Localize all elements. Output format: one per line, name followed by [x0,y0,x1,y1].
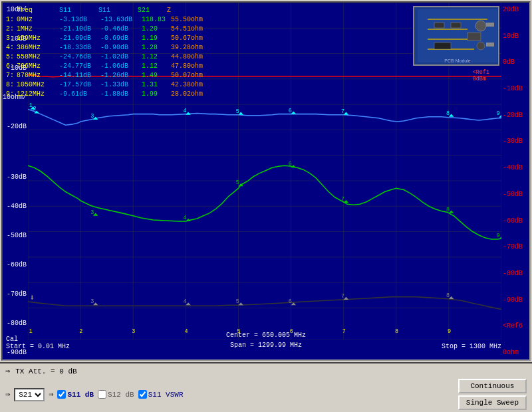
svg-rect-93 [486,43,494,47]
svg-text:8: 8 [395,328,398,334]
svg-text:3: 3 [90,209,94,215]
marker-table: freq S11 S11 S21 Z 1: 0MHz -3.13dB -13.6… [6,6,214,99]
y-axis-right: 20dB 10dB 0dB -10dB -20dB -30dB -40dB -5… [501,3,529,360]
svg-text:2: 2 [79,328,82,334]
svg-text:6: 6 [289,107,292,114]
s12db-checkbox[interactable] [98,390,106,399]
svg-text:9: 9 [496,233,499,239]
svg-text:8: 8 [446,110,450,116]
svg-text:3: 3 [90,298,94,305]
bottom-bar: ⇒ TX Att. = 0 dB ⇒ S21 S11 S12 S22 ⇒ S11… [0,362,532,412]
svg-text:4: 4 [184,215,187,221]
s11db-checkbox[interactable] [57,390,66,399]
single-sweep-button[interactable]: Single Sweep [458,395,527,410]
svg-text:PCB Module: PCB Module [444,58,470,63]
svg-text:5: 5 [236,108,239,114]
svg-rect-88 [467,33,481,41]
svg-text:4: 4 [184,298,187,305]
svg-text:6: 6 [289,161,292,167]
svg-text:7: 7 [341,196,344,203]
s11db-label: S11 dB [67,391,94,399]
marker-row: 4: 386MHz -18.33dB -0.90dB 1.28 39.28ohm [6,43,214,52]
svg-rect-87 [451,23,461,28]
s21db-trace [28,165,501,239]
svg-text:3: 3 [90,112,94,119]
svg-rect-81 [418,9,497,62]
svg-text:4: 4 [184,328,188,334]
s11vswr-label: S11 VSWR [148,391,184,399]
svg-text:3: 3 [132,328,135,334]
continuous-button[interactable]: Continuous [458,379,527,393]
chart-area: freq S11 S11 S21 Z 1: 0MHz -3.13dB -13.6… [1,1,531,361]
svg-text:9: 9 [496,110,499,116]
svg-text:1: 1 [29,328,33,334]
svg-text:⬇: ⬇ [30,295,35,302]
marker-row: 1: 0MHz -3.13dB -13.63dB 118.83 55.50ohm [6,15,214,25]
s11db-trace [28,109,501,125]
marker-row: 2: 1MHz -21.10dB -0.46dB 1.20 54.51ohm [6,25,214,34]
svg-text:7: 7 [342,328,346,334]
status-row: ⇒ TX Att. = 0 dB [3,365,529,377]
svg-text:4: 4 [184,107,187,114]
svg-text:7: 7 [341,293,344,300]
svg-text:<Ref1: <Ref1 [473,68,489,75]
s21-select[interactable]: S21 S11 S12 S22 [14,388,45,401]
arrow2-label: ⇒ [5,389,10,399]
svg-rect-92 [486,23,494,27]
marker-row: 7: 878MHz -14.11dB -1.26dB 1.49 50.07ohm [6,71,214,80]
marker-row: 9: 1212MHz -9.61dB -1.88dB 1.99 28.02ohm [6,90,214,99]
marker-row: 6: 706MHz -24.77dB -1.06dB 1.12 47.80ohm [6,62,214,71]
svg-text:6: 6 [289,298,292,305]
svg-point-91 [477,42,485,50]
right-buttons: Continuous Single Sweep [458,379,527,410]
stop-info: Stop = 1300 MHz [442,343,501,350]
svg-rect-89 [434,43,451,49]
marker-row: 8: 1050MHz -17.57dB -1.33dB 1.31 42.38oh… [6,80,214,90]
marker-row: 3: 169MHz -21.09dB -0.69dB 1.19 50.67ohm [6,34,214,43]
svg-text:8: 8 [446,206,450,213]
s12db-label: S12 dB [108,391,134,399]
s11vswr-checkbox[interactable] [138,390,147,399]
s12db-group: S12 dB [98,390,134,399]
pcb-photo: PCB Module [413,6,499,66]
svg-text:5: 5 [236,298,239,305]
svg-text:8: 8 [446,292,450,299]
main-container: freq S11 S11 S21 Z 1: 0MHz -3.13dB -13.6… [0,0,532,412]
tx-att-label: TX Att. = 0 dB [15,367,76,375]
svg-text:9: 9 [448,328,451,334]
svg-text:5: 5 [236,179,239,186]
svg-point-90 [475,21,486,31]
svg-text:0dBm: 0dBm [473,76,486,82]
s11vswr-group: S11 VSWR [138,390,184,399]
s11db-group: S11 dB [57,390,94,399]
marker-row: 5: 558MHz -24.76dB -1.02dB 1.12 44.80ohm [6,52,214,62]
svg-text:7: 7 [341,108,344,114]
cal-info: Cal Start = 0.01 MHz [6,336,70,350]
freq-bottom: Center = 650.005 MHz Span = 1299.99 MHz [226,330,306,350]
s21phase-trace [28,297,501,310]
controls-row: ⇒ S21 S11 S12 S22 ⇒ S11 dB S12 dB S11 [3,377,529,411]
arrow1: ⇒ [5,366,10,376]
svg-rect-86 [434,23,444,28]
arrow3-label: ⇒ [49,389,53,399]
